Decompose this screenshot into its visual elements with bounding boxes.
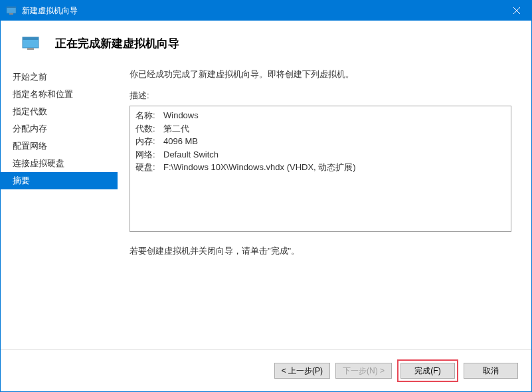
finish-button[interactable]: 完成(F)	[400, 363, 455, 379]
detail-value-memory: 4096 MB	[163, 135, 505, 148]
detail-value-generation: 第二代	[163, 122, 505, 136]
summary-intro-text: 你已经成功完成了新建虚拟机向导。即将创建下列虚拟机。	[130, 68, 511, 80]
previous-button[interactable]: < 上一步(P)	[274, 363, 330, 379]
main-panel: 你已经成功完成了新建虚拟机向导。即将创建下列虚拟机。 描述: 名称: Windo…	[118, 63, 531, 349]
detail-row-harddisk: 硬盘: F:\Windows 10X\Windows.vhdx (VHDX, 动…	[135, 161, 505, 174]
sidebar-item-generation[interactable]: 指定代数	[1, 103, 118, 120]
cancel-button[interactable]: 取消	[464, 363, 518, 379]
titlebar: 新建虚拟机向导	[1, 1, 531, 21]
detail-value-name: Windows	[163, 109, 505, 122]
svg-rect-2	[9, 13, 13, 15]
detail-value-harddisk: F:\Windows 10X\Windows.vhdx (VHDX, 动态扩展)	[163, 161, 505, 174]
detail-label-memory: 内存:	[135, 135, 163, 148]
sidebar-item-name-location[interactable]: 指定名称和位置	[1, 86, 118, 103]
app-icon	[6, 5, 17, 16]
detail-row-generation: 代数: 第二代	[135, 122, 505, 136]
wizard-header-icon	[21, 35, 42, 51]
sidebar-item-network[interactable]: 配置网络	[1, 138, 118, 155]
instruction-text: 若要创建虚拟机并关闭向导，请单击"完成"。	[130, 245, 511, 257]
content-area: 开始之前 指定名称和位置 指定代数 分配内存 配置网络 连接虚拟硬盘 摘要 你已…	[1, 63, 531, 349]
svg-rect-7	[27, 48, 34, 50]
detail-label-name: 名称:	[135, 109, 163, 122]
detail-label-harddisk: 硬盘:	[135, 161, 163, 174]
wizard-window: 新建虚拟机向导 正在完成新建虚拟机向导 开始之前 指定名称和位置 指定代数 分配…	[0, 0, 532, 392]
detail-value-network: Default Switch	[163, 148, 505, 161]
detail-row-network: 网络: Default Switch	[135, 148, 505, 161]
detail-row-memory: 内存: 4096 MB	[135, 135, 505, 148]
window-title: 新建虚拟机向导	[22, 5, 78, 17]
wizard-steps-sidebar: 开始之前 指定名称和位置 指定代数 分配内存 配置网络 连接虚拟硬盘 摘要	[1, 63, 118, 349]
button-bar: < 上一步(P) 下一步(N) > 完成(F) 取消	[1, 349, 531, 391]
close-button[interactable]	[501, 1, 531, 21]
detail-label-generation: 代数:	[135, 122, 163, 136]
finish-button-highlight: 完成(F)	[397, 359, 458, 382]
sidebar-item-summary[interactable]: 摘要	[1, 172, 118, 189]
sidebar-item-harddisk[interactable]: 连接虚拟硬盘	[1, 155, 118, 172]
svg-rect-1	[7, 7, 16, 8]
page-title: 正在完成新建虚拟机向导	[55, 36, 179, 51]
svg-rect-6	[23, 37, 39, 40]
header-section: 正在完成新建虚拟机向导	[1, 21, 531, 63]
vm-details-box: 名称: Windows 代数: 第二代 内存: 4096 MB 网络: Defa…	[130, 106, 511, 232]
titlebar-left: 新建虚拟机向导	[6, 5, 78, 17]
sidebar-item-memory[interactable]: 分配内存	[1, 120, 118, 138]
next-button: 下一步(N) >	[335, 363, 392, 379]
detail-label-network: 网络:	[135, 148, 163, 161]
description-label: 描述:	[130, 90, 511, 102]
detail-row-name: 名称: Windows	[135, 109, 505, 122]
sidebar-item-before-begin[interactable]: 开始之前	[1, 68, 118, 86]
